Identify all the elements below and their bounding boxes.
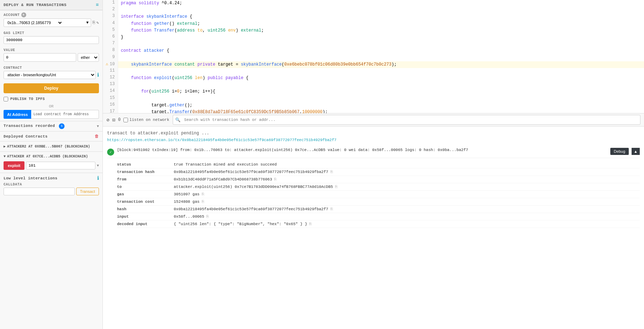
transact-button[interactable]: Transact (76, 188, 99, 195)
copy-gas-icon[interactable]: ⎘ (202, 192, 204, 196)
left-panel: DEPLOY & RUN TRANSACTIONS ≡ ACCOUNT + 0x… (0, 0, 103, 329)
deployed-contracts-trash-icon[interactable]: 🗑 (95, 134, 99, 139)
low-level-info-icon[interactable]: ℹ (97, 175, 99, 181)
line-number-6: 6 (103, 34, 118, 41)
input-label: input (117, 214, 174, 219)
gas-limit-input[interactable] (4, 36, 99, 44)
tx-cost-label: transaction cost (117, 200, 174, 204)
line-content-12: function exploit(uint256 len) public pay… (118, 75, 644, 82)
input-value: 0x58f...00065 ⎘ (174, 214, 640, 219)
copy-from-icon[interactable]: ⎘ (274, 177, 277, 182)
transactions-chevron-icon: ▼ (97, 124, 99, 128)
contract-section: CONTRACT attacker - browser/kongtou/Unt … (0, 64, 102, 81)
copy-account-icon[interactable]: ⎘ (93, 20, 95, 25)
calldata-label: CALLDATA (4, 183, 99, 186)
attacker2-header[interactable]: ▶ ATTACKER2 AT 0X8BE...5B067 (BLOCKCHAIN… (0, 143, 102, 150)
tx-summary: [block:9451902 txIndex:19] from: 0x1b...… (117, 148, 607, 152)
detail-to-row: to attacker.exploit(uint256) 0x7ce7B1783… (117, 183, 640, 191)
tx-success-icon: ✓ (107, 149, 114, 156)
add-account-button[interactable]: + (21, 12, 26, 17)
copy-tx-cost-icon[interactable]: ⎘ (202, 200, 204, 204)
line-content-5: function Transfer(address to, uint256 en… (118, 27, 644, 34)
status-label: status (117, 162, 174, 167)
line-content-14: for(uint256 i=0; i<len; i++){ (118, 88, 644, 95)
line-number-11: 11 (103, 68, 118, 75)
listen-on-network-checkbox[interactable] (123, 118, 128, 122)
expand-tx-button[interactable]: ▲ (632, 148, 640, 155)
panel-header: DEPLOY & RUN TRANSACTIONS ≡ (0, 0, 102, 10)
value-row: wei gwei finney ether (4, 53, 99, 62)
clear-console-button[interactable]: ⊘ (106, 117, 109, 123)
value-section: VALUE wei gwei finney ether (0, 46, 102, 64)
line-number-5: 5 (103, 27, 118, 34)
copy-input-icon[interactable]: ⎘ (206, 214, 209, 219)
detail-tx-hash-row: transaction hash 0x0ba12218495fa4b0e05ef… (117, 168, 640, 176)
code-line-10: ⚠10 skybankInterface constant private ta… (103, 61, 644, 68)
code-line-9: 9 (103, 55, 644, 61)
attacker2-chevron-icon: ▶ (4, 144, 6, 149)
line-content-1: pragma solidity ^0.4.24; (118, 0, 644, 7)
stop-button[interactable]: ⊡ (112, 117, 115, 123)
from-label: from (117, 177, 174, 182)
value-input[interactable] (4, 53, 76, 62)
detail-decoded-input-row: decoded input { "uint256 len": { "type":… (117, 221, 640, 228)
exploit-button[interactable]: exploit (4, 161, 24, 170)
etherscan-link[interactable]: https://ropsten.etherscan.io/tx/0x0ba122… (107, 137, 640, 146)
contract-info-icon[interactable]: ℹ (97, 72, 99, 78)
code-line-3: 3 interface skybankInterface { (103, 13, 644, 20)
edit-account-icon[interactable]: ✎ (96, 20, 99, 26)
line-content-11 (118, 68, 644, 75)
transactions-recorded-section[interactable]: Transactions recorded 6 ▼ (0, 121, 102, 131)
or-divider: OR (0, 103, 102, 110)
search-input[interactable] (182, 116, 638, 123)
gas-label: gas (117, 192, 174, 196)
attacker-label: ATTACKER AT 0X7CE...ACDB5 (BLOCKCHAIN) (7, 155, 88, 158)
deploy-button[interactable]: Deploy (4, 83, 99, 93)
from-value: 0xb1b13dC40ddF71a5FCaBd97Cb4D868738b7760… (174, 177, 640, 182)
account-dropdown[interactable]: 0x1b...76063 (2.1856779 (6, 20, 63, 25)
status-value: true Transaction mined and execution suc… (174, 162, 640, 167)
exploit-row: exploit ▼ (0, 160, 102, 171)
calldata-row: Transact (4, 188, 99, 195)
code-line-14: 14 for(uint256 i=0; i<len; i++){ (103, 88, 644, 95)
line-number-2: 2 (103, 7, 118, 13)
pending-message: transact to attacker.exploit pending ... (107, 129, 640, 137)
detail-tx-cost-row: transaction cost 1524808 gas ⎘ (117, 198, 640, 206)
account-select[interactable]: 0x1b...76063 (2.1856779 ▼ (4, 18, 91, 27)
line-content-7 (118, 41, 644, 48)
console-output: transact to attacker.exploit pending ...… (103, 127, 644, 329)
value-unit-select[interactable]: wei gwei finney ether (78, 53, 99, 62)
attacker-header[interactable]: ▼ ATTACKER AT 0X7CE...ACDB5 (BLOCKCHAIN) (0, 153, 102, 160)
low-level-header: Low level interactions ℹ (4, 175, 99, 181)
value-label: VALUE (4, 48, 99, 52)
line-content-10: skybankInterface constant private target… (118, 61, 644, 68)
low-level-section: Low level interactions ℹ CALLDATA Transa… (0, 173, 102, 197)
at-address-button[interactable]: At Address (4, 110, 31, 119)
listen-on-network-row: listen on network (123, 118, 169, 122)
publish-ipfs-row: PUBLISH TO IPFS (0, 95, 102, 103)
contract-select[interactable]: attacker - browser/kongtou/Unt (4, 71, 96, 79)
low-level-label: Low level interactions (4, 176, 57, 180)
copy-decoded-input-icon[interactable]: ⎘ (309, 222, 312, 226)
exploit-chevron-icon: ▼ (97, 164, 99, 168)
copy-to-icon[interactable]: ⎘ (335, 185, 338, 189)
code-line-13: 13 (103, 82, 644, 88)
publish-ipfs-checkbox[interactable] (4, 97, 8, 101)
calldata-input[interactable] (4, 188, 75, 195)
transactions-recorded-title: Transactions recorded 6 (4, 123, 65, 129)
debug-button[interactable]: Debug (610, 148, 629, 155)
deployed-contracts-section[interactable]: Deployed Contracts 🗑 (0, 131, 102, 141)
code-line-16: 16 target.gether(); (103, 102, 644, 109)
line-number-12: 12 (103, 75, 118, 82)
line-content-16: target.gether(); (118, 102, 644, 109)
detail-from-row: from 0xb1b13dC40ddF71a5FCaBd97Cb4D868738… (117, 176, 640, 183)
line-number-13: 13 (103, 82, 118, 88)
line-number-9: 9 (103, 55, 118, 61)
gas-limit-section: GAS LIMIT (0, 29, 102, 46)
exploit-value-input[interactable] (26, 162, 95, 169)
copy-hash-icon[interactable]: ⎘ (331, 207, 333, 211)
detail-hash-row: hash 0x0ba12218495fa4b0e05ef61c1c53e57f9… (117, 206, 640, 213)
panel-title: DEPLOY & RUN TRANSACTIONS (4, 3, 67, 7)
copy-tx-hash-icon[interactable]: ⎘ (331, 170, 333, 174)
decoded-input-label: decoded input (117, 222, 174, 226)
